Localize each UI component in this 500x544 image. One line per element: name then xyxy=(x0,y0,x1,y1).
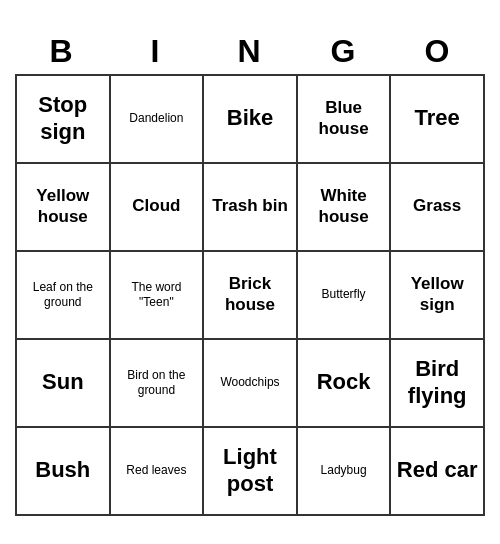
cell-text: Red car xyxy=(397,457,478,483)
cell-text: The word "Teen" xyxy=(115,280,199,309)
bingo-cell[interactable]: Stop sign xyxy=(17,76,111,164)
bingo-cell[interactable]: Butterfly xyxy=(298,252,392,340)
bingo-cell[interactable]: Bird flying xyxy=(391,340,485,428)
bingo-cell[interactable]: Bike xyxy=(204,76,298,164)
cell-text: Butterfly xyxy=(322,287,366,301)
cell-text: Ladybug xyxy=(321,463,367,477)
header-letter: B xyxy=(15,29,109,74)
cell-text: White house xyxy=(302,186,386,227)
header-letter: I xyxy=(109,29,203,74)
bingo-cell[interactable]: Grass xyxy=(391,164,485,252)
bingo-cell[interactable]: Cloud xyxy=(111,164,205,252)
bingo-cell[interactable]: Red car xyxy=(391,428,485,516)
bingo-cell[interactable]: Blue house xyxy=(298,76,392,164)
bingo-cell[interactable]: Woodchips xyxy=(204,340,298,428)
bingo-cell[interactable]: Light post xyxy=(204,428,298,516)
bingo-cell[interactable]: Bush xyxy=(17,428,111,516)
cell-text: Woodchips xyxy=(220,375,279,389)
bingo-cell[interactable]: Red leaves xyxy=(111,428,205,516)
bingo-cell[interactable]: Bird on the ground xyxy=(111,340,205,428)
bingo-cell[interactable]: Tree xyxy=(391,76,485,164)
header-letter: O xyxy=(391,29,485,74)
cell-text: Red leaves xyxy=(126,463,186,477)
bingo-header: BINGO xyxy=(15,29,485,74)
cell-text: Yellow house xyxy=(21,186,105,227)
bingo-cell[interactable]: Yellow house xyxy=(17,164,111,252)
cell-text: Cloud xyxy=(132,196,180,216)
bingo-cell[interactable]: Rock xyxy=(298,340,392,428)
cell-text: Blue house xyxy=(302,98,386,139)
cell-text: Light post xyxy=(208,444,292,497)
bingo-cell[interactable]: Leaf on the ground xyxy=(17,252,111,340)
cell-text: Dandelion xyxy=(129,111,183,125)
bingo-cell[interactable]: Ladybug xyxy=(298,428,392,516)
cell-text: Sun xyxy=(42,369,84,395)
cell-text: Yellow sign xyxy=(395,274,479,315)
bingo-cell[interactable]: Brick house xyxy=(204,252,298,340)
cell-text: Bird flying xyxy=(395,356,479,409)
bingo-cell[interactable]: Yellow sign xyxy=(391,252,485,340)
bingo-cell[interactable]: The word "Teen" xyxy=(111,252,205,340)
header-letter: G xyxy=(297,29,391,74)
cell-text: Bird on the ground xyxy=(115,368,199,397)
bingo-cell[interactable]: White house xyxy=(298,164,392,252)
bingo-cell[interactable]: Trash bin xyxy=(204,164,298,252)
cell-text: Brick house xyxy=(208,274,292,315)
bingo-cell[interactable]: Dandelion xyxy=(111,76,205,164)
header-letter: N xyxy=(203,29,297,74)
cell-text: Rock xyxy=(317,369,371,395)
cell-text: Bike xyxy=(227,105,273,131)
cell-text: Bush xyxy=(35,457,90,483)
cell-text: Leaf on the ground xyxy=(21,280,105,309)
cell-text: Grass xyxy=(413,196,461,216)
bingo-cell[interactable]: Sun xyxy=(17,340,111,428)
cell-text: Stop sign xyxy=(21,92,105,145)
cell-text: Tree xyxy=(415,105,460,131)
bingo-card: BINGO Stop signDandelionBikeBlue houseTr… xyxy=(15,29,485,516)
bingo-grid: Stop signDandelionBikeBlue houseTreeYell… xyxy=(15,74,485,516)
cell-text: Trash bin xyxy=(212,196,288,216)
